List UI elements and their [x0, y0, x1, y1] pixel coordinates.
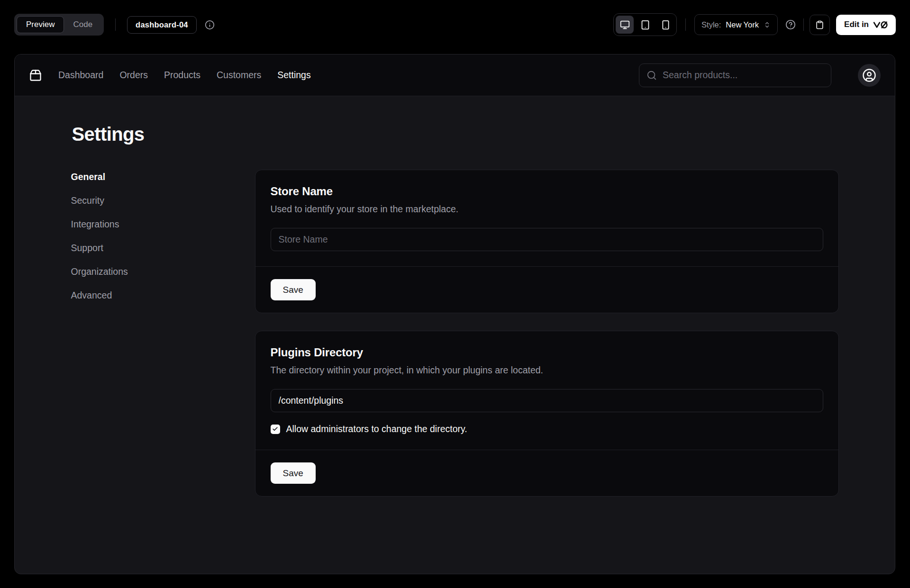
- edit-in-v0-label: Edit in: [844, 20, 869, 29]
- clipboard-icon: [815, 20, 824, 29]
- allow-admin-checkbox[interactable]: [271, 425, 280, 434]
- nav-link-products[interactable]: Products: [164, 70, 200, 81]
- block-name-badge: dashboard-04: [127, 16, 197, 34]
- chevrons-up-down-icon: [764, 21, 771, 28]
- v0-toolbar: Preview Code dashboard-04: [0, 0, 910, 49]
- card-title: Store Name: [271, 185, 823, 198]
- sidebar-item-security[interactable]: Security: [71, 195, 255, 206]
- code-tab[interactable]: Code: [64, 16, 101, 33]
- nav-link-orders[interactable]: Orders: [119, 70, 148, 81]
- tablet-view-button[interactable]: [636, 16, 654, 34]
- nav-link-dashboard[interactable]: Dashboard: [58, 70, 103, 81]
- preview-code-toggle: Preview Code: [14, 14, 104, 36]
- toolbar-divider: [803, 18, 804, 31]
- style-select-value: New York: [726, 20, 759, 29]
- toolbar-divider: [685, 18, 686, 31]
- sidebar-item-advanced[interactable]: Advanced: [71, 290, 255, 301]
- allow-admin-checkbox-label[interactable]: Allow administrators to change the direc…: [286, 424, 467, 434]
- circle-user-icon: [862, 68, 876, 82]
- v0-logo-icon: [873, 21, 888, 29]
- style-select[interactable]: Style: New York: [694, 14, 778, 35]
- settings-sidebar: General Security Integrations Support Or…: [71, 170, 255, 301]
- copy-code-button[interactable]: [810, 15, 830, 35]
- nav-link-settings[interactable]: Settings: [277, 70, 310, 81]
- card-description: Used to identify your store in the marke…: [271, 204, 823, 215]
- card-description: The directory within your project, in wh…: [271, 365, 823, 376]
- search-box: [639, 63, 831, 87]
- info-button[interactable]: [205, 20, 215, 30]
- plugins-directory-input[interactable]: [271, 389, 823, 412]
- card-footer: Save: [255, 266, 838, 313]
- toolbar-divider: [115, 18, 116, 31]
- card-title: Plugins Directory: [271, 346, 823, 359]
- preview-tab[interactable]: Preview: [17, 16, 64, 33]
- package-icon: [29, 69, 42, 82]
- toolbar-left: Preview Code dashboard-04: [14, 14, 215, 36]
- monitor-icon: [620, 20, 630, 30]
- brand-logo-button[interactable]: [29, 69, 42, 82]
- sidebar-item-support[interactable]: Support: [71, 243, 255, 253]
- tablet-icon: [640, 20, 650, 30]
- mobile-view-button[interactable]: [656, 16, 674, 34]
- save-plugins-directory-button[interactable]: Save: [271, 462, 316, 484]
- search-icon: [646, 70, 657, 81]
- check-icon: [272, 426, 278, 432]
- style-select-label: Style:: [701, 20, 721, 29]
- allow-admin-row: Allow administrators to change the direc…: [271, 424, 823, 434]
- preview-frame: Dashboard Orders Products Customers Sett…: [14, 54, 895, 574]
- edit-in-v0-button[interactable]: Edit in: [836, 15, 896, 35]
- device-size-toggle: [613, 13, 677, 36]
- toolbar-right: Style: New York Edit in: [613, 13, 896, 36]
- nav-link-customers[interactable]: Customers: [217, 70, 261, 81]
- help-button[interactable]: [785, 19, 796, 30]
- app-navbar: Dashboard Orders Products Customers Sett…: [15, 54, 895, 96]
- settings-page: Settings General Security Integrations S…: [15, 96, 895, 497]
- user-menu-button[interactable]: [858, 64, 881, 87]
- plugins-directory-card: Plugins Directory The directory within y…: [255, 331, 839, 497]
- page-title: Settings: [72, 124, 839, 145]
- card-footer: Save: [255, 450, 838, 496]
- store-name-card: Store Name Used to identify your store i…: [255, 170, 839, 313]
- sidebar-item-general[interactable]: General: [71, 172, 255, 182]
- sidebar-item-organizations[interactable]: Organizations: [71, 266, 255, 277]
- store-name-input[interactable]: [271, 228, 823, 251]
- circle-help-icon: [785, 19, 796, 30]
- settings-cards: Store Name Used to identify your store i…: [255, 170, 839, 497]
- info-icon: [205, 20, 215, 30]
- save-store-name-button[interactable]: Save: [271, 279, 316, 300]
- smartphone-icon: [661, 20, 671, 30]
- search-input[interactable]: [663, 70, 824, 81]
- desktop-view-button[interactable]: [616, 16, 634, 34]
- sidebar-item-integrations[interactable]: Integrations: [71, 219, 255, 230]
